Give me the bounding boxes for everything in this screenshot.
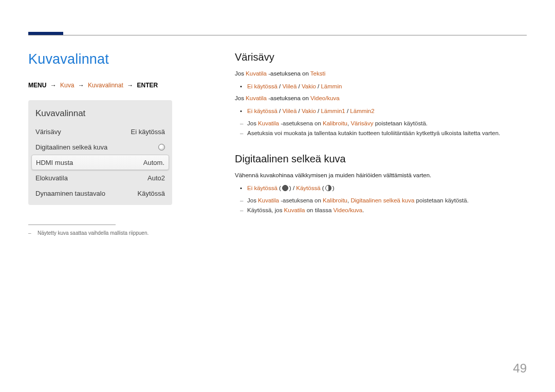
menu-row-label: Dynaaminen taustavalo xyxy=(35,190,105,197)
text-fragment: ( xyxy=(278,185,281,191)
breadcrumb-arrow: → xyxy=(76,82,86,89)
page-number: 49 xyxy=(513,361,527,376)
dash-list: Jos Kuvatila -asetuksena on Kalibroitu, … xyxy=(235,196,527,215)
text-fragment: . xyxy=(362,207,364,213)
accent-text: Värisävy xyxy=(350,120,373,126)
accent-text: Lämmin2 xyxy=(350,108,374,114)
right-column: Värisävy Jos Kuvatila -asetuksena on Tek… xyxy=(235,51,527,236)
bullet-item: Ei käytössä / Viileä / Vakio / Lämmin xyxy=(235,82,527,91)
content: Kuvavalinnat MENU → Kuva → Kuvavalinnat … xyxy=(28,51,527,236)
footnote-mark xyxy=(28,230,32,236)
accent-text: Lämmin xyxy=(321,83,342,89)
breadcrumb-arrow: → xyxy=(48,82,59,89)
breadcrumb-enter: ENTER xyxy=(137,82,158,89)
menu-row-value: Autom. xyxy=(143,159,164,166)
breadcrumb-item-kuvavalinnat: Kuvavalinnat xyxy=(88,82,123,89)
top-rule xyxy=(28,35,527,35)
text-fragment: ) xyxy=(332,185,335,191)
breadcrumb-menu: MENU xyxy=(28,82,46,89)
text-fragment: -asetuksena on xyxy=(267,70,310,77)
section-heading-digitaalinen: Digitaalinen selkeä kuva xyxy=(235,153,527,165)
text-fragment: -asetuksena on xyxy=(267,95,310,101)
menu-row-label: Digitaalinen selkeä kuva xyxy=(35,143,107,151)
left-column: Kuvavalinnat MENU → Kuva → Kuvavalinnat … xyxy=(28,51,203,236)
accent-text: Video/kuva xyxy=(334,207,363,213)
text-fragment: Jos xyxy=(235,70,246,77)
accent-text: Ei käytössä xyxy=(247,185,278,191)
menu-title: Kuvavalinnat xyxy=(28,105,172,124)
text-line: Jos Kuvatila -asetuksena on Video/kuva xyxy=(235,94,527,103)
accent-text: Viileä xyxy=(282,108,297,114)
top-rule-accent xyxy=(28,32,63,35)
text-fragment: on tilassa xyxy=(305,207,334,213)
accent-text: Viileä xyxy=(282,83,297,89)
accent-text: Teksti xyxy=(310,70,325,77)
text-fragment: Jos xyxy=(247,197,258,203)
bullet-list: Ei käytössä / Viileä / Vakio / Lämmin1 /… xyxy=(235,106,527,116)
menu-row[interactable]: Digitaalinen selkeä kuva xyxy=(28,139,172,155)
accent-text: Kalibroitu xyxy=(323,197,347,203)
accent-text: Kuvatila xyxy=(246,70,267,77)
menu-row[interactable]: Dynaaminen taustavalo Käytössä xyxy=(28,185,172,201)
dash-item: Käytössä, jos Kuvatila on tilassa Video/… xyxy=(235,206,527,215)
text-fragment: Jos xyxy=(247,120,258,126)
bullet-item: Ei käytössä () / Käytössä () xyxy=(235,183,527,193)
accent-text: Kuvatila xyxy=(258,197,279,203)
text-fragment: poistetaan käytöstä. xyxy=(414,197,468,203)
accent-text: Ei käytössä xyxy=(247,83,278,89)
bullet-list: Ei käytössä () / Käytössä () xyxy=(235,183,527,193)
menu-row-label: HDMI musta xyxy=(36,159,73,166)
dash-item: Asetuksia voi muokata ja tallentaa kutak… xyxy=(235,128,527,138)
menu-row-label: Värisävy xyxy=(35,128,61,136)
text-fragment: ) xyxy=(289,185,291,191)
accent-text: Kuvatila xyxy=(258,120,279,126)
accent-text: Video/kuva xyxy=(310,95,340,101)
menu-row-value: Auto2 xyxy=(147,174,165,182)
menu-row[interactable]: Elokuvatila Auto2 xyxy=(28,170,172,185)
menu-row-value: Käytössä xyxy=(138,190,165,197)
text-fragment: ( xyxy=(321,185,324,191)
breadcrumb-arrow: → xyxy=(125,82,135,89)
accent-text: Vakio xyxy=(302,108,316,114)
text-fragment: Käytössä, jos xyxy=(247,207,284,213)
accent-text: Kuvatila xyxy=(246,95,267,101)
footnote-text: Näytetty kuva saattaa vaihdella mallista… xyxy=(38,230,149,236)
text-fragment: Jos xyxy=(235,95,246,101)
accent-text: Ei käytössä xyxy=(247,108,278,114)
bullet-item: Ei käytössä / Viileä / Vakio / Lämmin1 /… xyxy=(235,106,527,116)
accent-text: Vakio xyxy=(302,83,316,89)
page-title: Kuvavalinnat xyxy=(28,51,203,67)
breadcrumb: MENU → Kuva → Kuvavalinnat → ENTER xyxy=(28,82,203,89)
menu-box: Kuvavalinnat Värisävy Ei käytössä Digita… xyxy=(28,100,172,205)
text-line: Vähennä kuvakohinaa välkkymisen ja muide… xyxy=(235,171,527,180)
menu-row[interactable]: Värisävy Ei käytössä xyxy=(28,124,172,139)
section-heading-varisavy: Värisävy xyxy=(235,51,527,63)
text-fragment: -asetuksena on xyxy=(279,120,323,126)
accent-text: Kalibroitu xyxy=(323,120,347,126)
text-line: Jos Kuvatila -asetuksena on Teksti xyxy=(235,69,527,79)
breadcrumb-item-kuva: Kuva xyxy=(60,82,74,89)
circle-on-icon xyxy=(325,185,331,191)
circle-off-icon xyxy=(282,185,288,191)
accent-text: Kuvatila xyxy=(284,207,305,213)
menu-row-label: Elokuvatila xyxy=(35,174,68,182)
footnote-rule xyxy=(28,225,116,225)
text-fragment: poistetaan käytöstä. xyxy=(374,120,428,126)
dash-list: Jos Kuvatila -asetuksena on Kalibroitu, … xyxy=(235,119,527,138)
toggle-off-icon xyxy=(158,144,165,151)
menu-row-selected[interactable]: HDMI musta Autom. xyxy=(31,155,169,170)
footnote: Näytetty kuva saattaa vaihdella mallista… xyxy=(28,230,203,236)
accent-text: Lämmin1 xyxy=(321,108,345,114)
dash-item: Jos Kuvatila -asetuksena on Kalibroitu, … xyxy=(235,196,527,205)
menu-row-value: Ei käytössä xyxy=(131,128,165,136)
dash-item: Jos Kuvatila -asetuksena on Kalibroitu, … xyxy=(235,119,527,128)
accent-text: Käytössä xyxy=(296,185,320,191)
text-fragment: -asetuksena on xyxy=(279,197,323,203)
accent-text: Digitaalinen selkeä kuva xyxy=(350,197,414,203)
bullet-list: Ei käytössä / Viileä / Vakio / Lämmin xyxy=(235,82,527,91)
